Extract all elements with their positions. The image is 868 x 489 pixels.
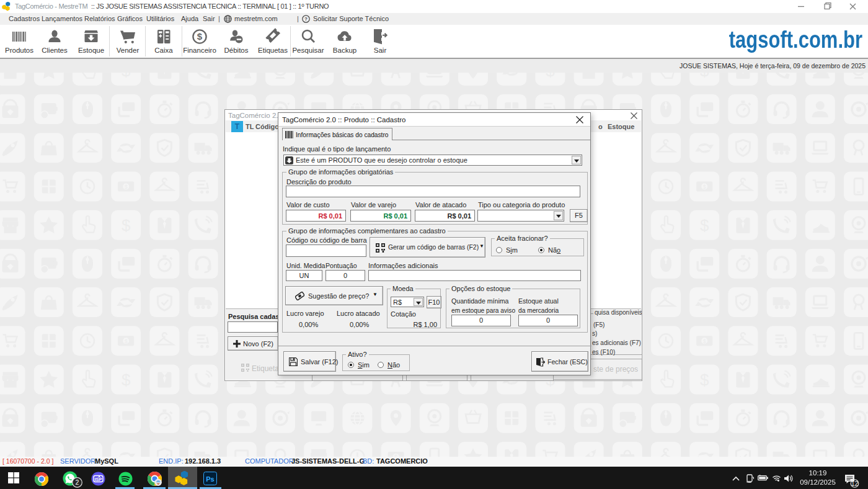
svg-text:$: $ (197, 31, 203, 42)
svg-text:12: 12 (851, 480, 859, 487)
svg-text:?: ? (304, 16, 308, 22)
svg-text:Ps: Ps (206, 475, 214, 483)
svg-text:2: 2 (76, 478, 79, 486)
